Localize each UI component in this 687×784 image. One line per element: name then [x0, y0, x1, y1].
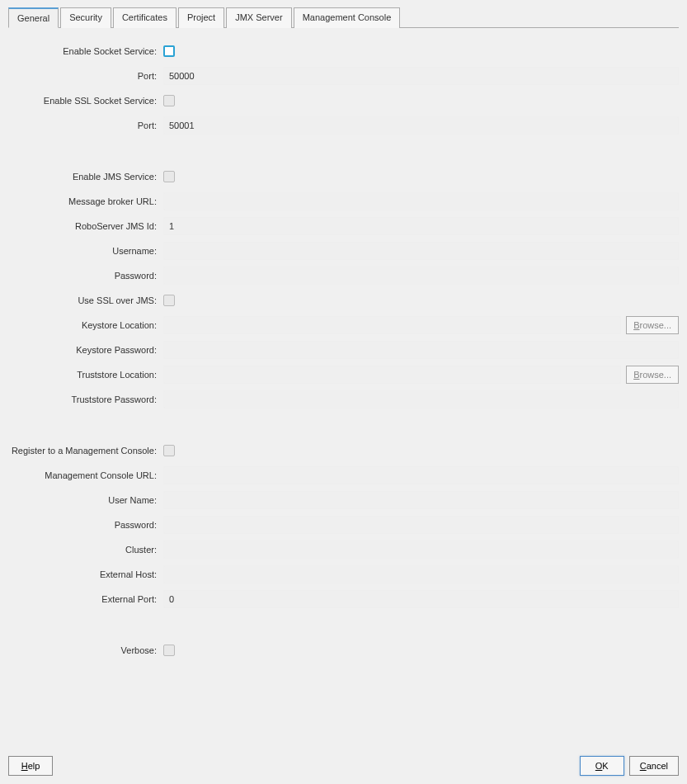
ssl-port-input[interactable] [163, 116, 679, 135]
tab-project[interactable]: Project [178, 7, 224, 28]
mc-password-input[interactable] [163, 516, 679, 534]
jms-id-input[interactable] [163, 217, 679, 235]
mc-cluster-input[interactable] [163, 541, 679, 559]
mc-password-label: Password: [8, 520, 163, 530]
ext-port-input[interactable] [163, 590, 679, 608]
jms-password-input[interactable] [163, 267, 679, 285]
footer: Help OK Cancel [8, 756, 679, 776]
verbose-checkbox[interactable] [163, 645, 175, 656]
keystore-loc-label: Keystore Location: [8, 320, 163, 330]
enable-ssl-socket-checkbox[interactable] [163, 95, 175, 106]
enable-ssl-socket-label: Enable SSL Socket Service: [8, 96, 163, 106]
use-ssl-jms-label: Use SSL over JMS: [8, 295, 163, 305]
truststore-browse-button[interactable]: Browse... [626, 366, 679, 384]
jms-password-label: Password: [8, 271, 163, 281]
cancel-button[interactable]: Cancel [629, 756, 679, 776]
tab-jmx-server[interactable]: JMX Server [226, 7, 291, 28]
mc-username-label: User Name: [8, 495, 163, 505]
register-mc-checkbox[interactable] [163, 445, 175, 456]
truststore-loc-label: Truststore Location: [8, 370, 163, 380]
mc-cluster-label: Cluster: [8, 545, 163, 555]
broker-url-label: Message broker URL: [8, 196, 163, 206]
ssl-port-label: Port: [8, 120, 163, 130]
tab-general[interactable]: General [8, 7, 59, 28]
tab-management-console[interactable]: Management Console [294, 7, 401, 28]
enable-socket-label: Enable Socket Service: [8, 46, 163, 56]
mc-username-input[interactable] [163, 491, 679, 509]
use-ssl-jms-checkbox[interactable] [163, 295, 175, 306]
keystore-browse-button[interactable]: Browse... [626, 316, 679, 334]
socket-port-input[interactable] [163, 67, 679, 85]
ok-button[interactable]: OK [580, 756, 624, 776]
enable-jms-label: Enable JMS Service: [8, 172, 163, 182]
mc-url-input[interactable] [163, 466, 679, 484]
ext-port-label: External Port: [8, 594, 163, 604]
ext-host-label: External Host: [8, 569, 163, 579]
verbose-label: Verbose: [8, 645, 163, 655]
mc-url-label: Management Console URL: [8, 470, 163, 480]
truststore-pw-input[interactable] [163, 390, 679, 409]
truststore-loc-input[interactable] [163, 366, 621, 384]
tab-certificates[interactable]: Certificates [113, 7, 176, 28]
jms-username-label: Username: [8, 246, 163, 256]
keystore-pw-input[interactable] [163, 341, 679, 359]
jms-username-input[interactable] [163, 242, 679, 260]
enable-socket-checkbox[interactable] [163, 45, 175, 57]
jms-id-label: RoboServer JMS Id: [8, 221, 163, 231]
help-button[interactable]: Help [8, 756, 53, 776]
truststore-pw-label: Truststore Password: [8, 394, 163, 404]
enable-jms-checkbox[interactable] [163, 171, 175, 182]
tab-security[interactable]: Security [60, 7, 111, 28]
tab-bar: General Security Certificates Project JM… [8, 7, 679, 28]
keystore-loc-input[interactable] [163, 316, 621, 334]
socket-port-label: Port: [8, 71, 163, 81]
ext-host-input[interactable] [163, 565, 679, 583]
register-mc-label: Register to a Management Console: [8, 446, 163, 456]
broker-url-input[interactable] [163, 192, 679, 210]
keystore-pw-label: Keystore Password: [8, 345, 163, 355]
